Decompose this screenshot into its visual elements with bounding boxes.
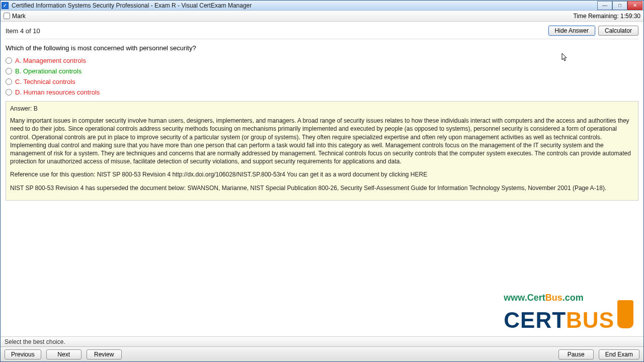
option-a-radio[interactable] [6,57,12,64]
option-d-radio[interactable] [6,89,12,96]
option-c-radio[interactable] [6,78,12,85]
wm-bus: Bus [545,293,562,303]
wm-www: www. [504,293,527,303]
window-title: Certified Information Systems Security P… [12,2,597,9]
option-b[interactable]: B. Operational controls [6,67,638,75]
answer-explanation: Answer: B Many important issues in compu… [6,101,638,201]
watermark-logo: www.CertBus.com CERTBUS [504,293,633,331]
divider [6,39,638,39]
answer-paragraph-1: Many important issues in computer securi… [10,117,634,165]
review-button[interactable]: Review [87,349,122,359]
item-number: Item 4 of 10 [6,27,40,35]
minimize-button[interactable]: — [597,1,612,10]
wm-logo-cert: CERT [504,309,566,331]
window-buttons: — □ ✕ [597,1,642,10]
option-c[interactable]: C. Technical controls [6,78,638,85]
content-area: Item 4 of 10 Hide Answer Calculator Whic… [1,22,643,336]
wm-com: .com [562,293,584,303]
answer-heading: Answer: B [10,105,634,113]
answer-paragraph-3: NIST SP 800-53 Revision 4 has superseded… [10,184,634,192]
calculator-button[interactable]: Calculator [598,26,638,36]
options-list: A. Management controls B. Operational co… [6,57,638,96]
status-bar: Select the best choice. [1,336,643,346]
option-d-label: D. Human resources controls [15,88,100,96]
status-hint: Select the best choice. [5,338,65,345]
hide-answer-button[interactable]: Hide Answer [548,26,595,36]
option-b-radio[interactable] [6,68,12,74]
answer-paragraph-2: Reference use for this question: NIST SP… [10,170,634,178]
end-exam-button[interactable]: End Exam [599,349,639,359]
app-icon: ✓ [2,2,9,9]
option-a[interactable]: A. Management controls [6,57,638,64]
pause-button[interactable]: Pause [558,349,594,359]
wm-cert: Cert [527,293,545,303]
time-remaining: Time Remaining: 1:59:30 [573,13,640,20]
close-button[interactable]: ✕ [627,1,642,10]
app-window: ✓ Certified Information Systems Security… [0,0,644,362]
question-text: Which of the following is most concerned… [6,44,638,52]
option-b-label: B. Operational controls [15,67,82,75]
option-a-label: A. Management controls [15,57,86,64]
mark-checkbox[interactable] [4,13,10,19]
item-header-row: Item 4 of 10 Hide Answer Calculator [6,26,638,36]
mark-bar: Mark Time Remaining: 1:59:30 [1,11,643,22]
next-button[interactable]: Next [46,349,82,359]
titlebar[interactable]: ✓ Certified Information Systems Security… [1,1,643,11]
option-d[interactable]: D. Human resources controls [6,88,638,96]
wm-logo-bus: BUS [566,309,614,331]
option-c-label: C. Technical controls [15,78,75,85]
tag-icon [617,300,633,328]
mark-label: Mark [12,13,26,20]
maximize-button[interactable]: □ [612,1,627,10]
previous-button[interactable]: Previous [5,349,41,359]
bottom-toolbar: Previous Next Review Pause End Exam [1,346,643,361]
